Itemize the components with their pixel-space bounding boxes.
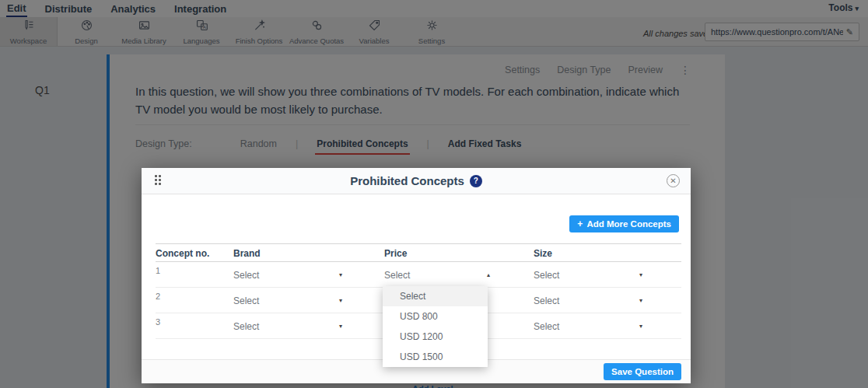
table-row: 1 Select ▾ Select ▴ Select ▾	[156, 262, 681, 288]
select-value: Select	[534, 270, 559, 281]
save-question-button[interactable]: Save Question	[604, 363, 681, 380]
close-icon[interactable]: ✕	[667, 174, 680, 187]
column-concept-no: Concept no.	[156, 244, 209, 263]
dropdown-option-usd-1500[interactable]: USD 1500	[383, 347, 488, 367]
chevron-down-icon: ▾	[339, 297, 342, 304]
modal-header: Prohibited Concepts ? ✕	[142, 168, 691, 194]
concept-number: 1	[156, 266, 160, 275]
price-select-row1[interactable]: Select ▴	[384, 262, 490, 288]
prohibited-concepts-modal: Prohibited Concepts ? ✕ + Add More Conce…	[142, 168, 691, 383]
chevron-up-icon: ▴	[487, 271, 490, 278]
plus-icon: +	[577, 218, 583, 229]
select-value: Select	[233, 295, 259, 306]
help-icon[interactable]: ?	[470, 175, 482, 187]
select-value: Select	[384, 270, 410, 281]
select-value: Select	[534, 295, 559, 306]
add-more-concepts-label: Add More Concepts	[586, 219, 671, 229]
dropdown-option-select[interactable]: Select	[383, 286, 488, 306]
chevron-down-icon: ▾	[639, 271, 642, 278]
column-brand: Brand	[233, 244, 261, 263]
brand-select-row3[interactable]: Select ▾	[233, 313, 342, 339]
size-select-row1[interactable]: Select ▾	[534, 262, 642, 288]
size-select-row2[interactable]: Select ▾	[534, 288, 642, 313]
column-price: Price	[384, 244, 407, 263]
dropdown-option-usd-800[interactable]: USD 800	[383, 306, 488, 327]
column-size: Size	[534, 244, 552, 263]
modal-title: Prohibited Concepts	[350, 174, 464, 187]
chevron-down-icon: ▾	[339, 271, 342, 278]
chevron-down-icon: ▾	[639, 297, 642, 304]
price-dropdown-menu: Select USD 800 USD 1200 USD 1500	[383, 286, 488, 367]
size-select-row3[interactable]: Select ▾	[534, 313, 642, 339]
concept-number: 3	[156, 317, 160, 327]
drag-handle-icon[interactable]	[155, 175, 161, 185]
brand-select-row1[interactable]: Select ▾	[233, 262, 342, 288]
brand-select-row2[interactable]: Select ▾	[233, 288, 342, 313]
select-value: Select	[534, 321, 559, 332]
chevron-down-icon: ▾	[639, 323, 642, 330]
concept-number: 2	[156, 292, 160, 301]
select-value: Select	[233, 270, 259, 281]
add-more-concepts-button[interactable]: + Add More Concepts	[569, 215, 679, 232]
table-header: Concept no. Brand Price Size	[156, 243, 681, 262]
dropdown-option-usd-1200[interactable]: USD 1200	[383, 327, 488, 347]
chevron-down-icon: ▾	[339, 323, 342, 330]
select-value: Select	[233, 321, 259, 332]
